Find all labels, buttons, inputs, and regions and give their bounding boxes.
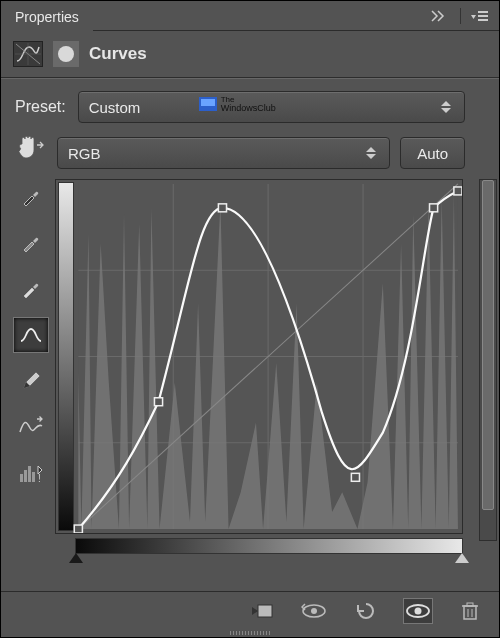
resize-handle[interactable] (1, 629, 499, 637)
input-gradient[interactable] (75, 538, 463, 554)
channel-row: RGB Auto (1, 133, 477, 179)
workspace: ! (1, 179, 477, 591)
svg-rect-8 (201, 99, 215, 106)
eyedropper-gray-tool[interactable] (13, 225, 49, 261)
tool-column: ! (9, 179, 53, 591)
visibility-eye-icon[interactable] (403, 598, 433, 624)
svg-rect-23 (154, 398, 162, 406)
reset-icon[interactable] (351, 598, 381, 624)
svg-rect-11 (28, 466, 31, 482)
vertical-divider (460, 8, 461, 24)
channel-dropdown[interactable]: RGB (57, 137, 390, 169)
white-point-slider[interactable] (455, 553, 469, 563)
eyedropper-white-tool[interactable] (13, 271, 49, 307)
auto-button[interactable]: Auto (400, 137, 465, 169)
chevron-updown-icon (363, 147, 379, 159)
chevron-updown-icon (438, 101, 454, 113)
eyedropper-black-tool[interactable] (13, 179, 49, 215)
clip-to-layer-icon[interactable] (247, 598, 277, 624)
svg-point-32 (415, 607, 422, 614)
svg-rect-10 (24, 470, 27, 482)
scrollbar-thumb[interactable] (482, 180, 494, 510)
svg-rect-22 (74, 525, 82, 533)
svg-rect-0 (478, 11, 488, 13)
layer-mask-icon[interactable] (53, 41, 79, 67)
curve-graph[interactable] (55, 179, 463, 534)
svg-rect-37 (467, 603, 473, 606)
svg-rect-27 (454, 187, 462, 195)
svg-rect-24 (218, 204, 226, 212)
curve-area (53, 179, 471, 591)
adjustment-title: Curves (89, 44, 147, 64)
black-point-slider[interactable] (69, 553, 83, 563)
svg-rect-12 (32, 472, 35, 482)
adjustment-curves-icon[interactable] (13, 41, 43, 67)
edit-points-tool[interactable] (13, 317, 49, 353)
histogram-options-tool[interactable]: ! (13, 455, 49, 491)
channel-value: RGB (68, 145, 363, 162)
preset-label: Preset: (15, 98, 66, 116)
preset-dropdown[interactable]: Custom The WindowsClub (78, 91, 465, 123)
svg-rect-2 (478, 19, 488, 21)
properties-panel: Properties Curves Preset: Custom (0, 0, 500, 638)
svg-rect-33 (464, 606, 476, 619)
svg-rect-28 (258, 605, 272, 617)
input-gradient-row (55, 538, 463, 554)
panel-menu-icon[interactable] (471, 9, 489, 23)
svg-rect-1 (478, 15, 488, 17)
draw-pencil-tool[interactable] (13, 363, 49, 399)
svg-rect-9 (20, 474, 23, 482)
panel-header: Properties (1, 1, 499, 31)
panel-footer (1, 591, 499, 629)
collapse-panel-icon[interactable] (430, 9, 450, 23)
svg-text:!: ! (38, 473, 41, 484)
panel-tab-properties[interactable]: Properties (1, 3, 93, 31)
hand-finger-icon[interactable] (15, 135, 45, 164)
svg-rect-25 (351, 473, 359, 481)
adjustment-row: Curves (1, 31, 499, 77)
panel-scrollbar[interactable] (479, 179, 497, 541)
svg-point-30 (311, 608, 317, 614)
view-previous-icon[interactable] (299, 598, 329, 624)
svg-rect-26 (430, 204, 438, 212)
watermark: The WindowsClub (199, 96, 276, 112)
smooth-curve-tool[interactable] (13, 409, 49, 445)
trash-delete-icon[interactable] (455, 598, 485, 624)
preset-row: Preset: Custom The WindowsClub (1, 79, 477, 133)
